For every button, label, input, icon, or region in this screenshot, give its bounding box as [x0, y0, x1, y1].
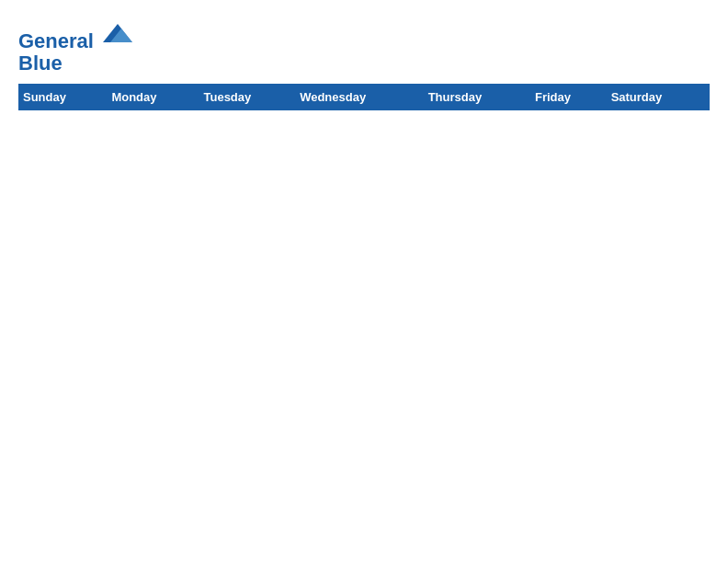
calendar-table: SundayMondayTuesdayWednesdayThursdayFrid…	[18, 84, 710, 110]
col-header-sunday: Sunday	[19, 85, 108, 110]
col-header-friday: Friday	[530, 85, 607, 110]
logo-general: General	[18, 29, 94, 52]
col-header-tuesday: Tuesday	[199, 85, 296, 110]
logo-icon	[103, 18, 132, 48]
logo-text: General	[18, 18, 132, 52]
col-header-monday: Monday	[108, 85, 199, 110]
col-header-saturday: Saturday	[607, 85, 709, 110]
logo: General Blue	[18, 18, 132, 75]
page-header: General Blue	[18, 18, 710, 75]
col-header-wednesday: Wednesday	[296, 85, 425, 110]
col-header-thursday: Thursday	[424, 85, 530, 110]
logo-blue: Blue	[18, 52, 132, 75]
